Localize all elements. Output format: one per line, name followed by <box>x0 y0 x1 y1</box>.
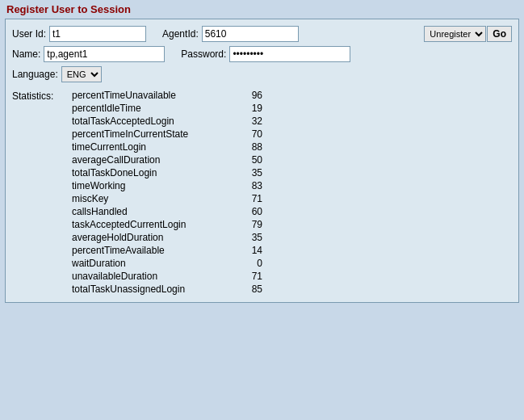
stat-row: percentTimeAvailable14 <box>69 244 512 257</box>
agent-id-label: AgentId: <box>162 28 199 40</box>
stat-name: averageCallDuration <box>69 154 230 166</box>
stat-value: 32 <box>230 116 262 127</box>
stat-row: totalTaskDoneLogin35 <box>69 166 512 179</box>
stat-row: miscKey71 <box>69 192 512 205</box>
stat-row: callsHandled60 <box>69 205 512 218</box>
stat-value: 70 <box>230 128 262 140</box>
stat-name: percentTimeUnavailable <box>69 90 230 101</box>
stat-name: timeWorking <box>69 180 230 191</box>
stat-name: totalTaskUnassignedLogin <box>69 284 230 295</box>
password-label: Password: <box>181 48 226 60</box>
stat-row: timeCurrentLogin88 <box>69 141 512 153</box>
stat-name: percentIdleTime <box>69 103 230 114</box>
user-id-label: User Id: <box>12 28 46 40</box>
stat-name: timeCurrentLogin <box>69 141 230 153</box>
stat-row: percentTimeInCurrentState70 <box>69 128 512 141</box>
stat-value: 50 <box>230 154 262 166</box>
stat-value: 88 <box>230 141 262 153</box>
stat-value: 96 <box>230 90 262 101</box>
stat-name: callsHandled <box>69 206 230 217</box>
language-label: Language: <box>12 69 58 80</box>
main-panel: User Id: AgentId: Unregister Go Name: Pa… <box>5 19 519 303</box>
statistics-section: Statistics: percentTimeUnavailable96perc… <box>12 89 512 296</box>
stat-value: 79 <box>230 219 262 230</box>
unregister-select[interactable]: Unregister <box>424 26 486 42</box>
stat-value: 71 <box>230 271 262 282</box>
stat-name: averageHoldDuration <box>69 232 230 243</box>
stat-name: percentTimeInCurrentState <box>69 128 230 140</box>
stat-row: totalTaskAcceptedLogin32 <box>69 115 512 128</box>
stat-name: waitDuration <box>69 258 230 269</box>
stat-value: 0 <box>230 258 262 269</box>
stat-value: 83 <box>230 180 262 191</box>
stat-value: 35 <box>230 232 262 243</box>
stat-row: percentTimeUnavailable96 <box>69 89 512 102</box>
stat-row: timeWorking83 <box>69 179 512 192</box>
stat-row: waitDuration0 <box>69 257 512 270</box>
stat-name: totalTaskDoneLogin <box>69 167 230 178</box>
stat-name: totalTaskAcceptedLogin <box>69 116 230 127</box>
stat-value: 71 <box>230 193 262 204</box>
stat-row: totalTaskUnassignedLogin85 <box>69 283 512 296</box>
go-button[interactable]: Go <box>487 26 512 42</box>
stat-value: 19 <box>230 103 262 114</box>
stat-row: unavailableDuration71 <box>69 270 512 283</box>
language-select[interactable]: ENG SPA FRE <box>61 66 102 82</box>
name-label: Name: <box>12 48 40 60</box>
name-input[interactable] <box>44 46 165 62</box>
stat-name: taskAcceptedCurrentLogin <box>69 219 230 230</box>
stat-value: 14 <box>230 245 262 256</box>
page-title: Register User to Session <box>6 3 131 15</box>
stat-value: 35 <box>230 167 262 178</box>
stat-value: 85 <box>230 284 262 295</box>
statistics-table: percentTimeUnavailable96percentIdleTime1… <box>69 89 512 296</box>
stat-value: 60 <box>230 206 262 217</box>
agent-id-input[interactable] <box>202 26 299 42</box>
stat-row: taskAcceptedCurrentLogin79 <box>69 218 512 231</box>
password-input[interactable] <box>229 46 350 62</box>
stat-row: percentIdleTime19 <box>69 102 512 115</box>
stat-row: averageCallDuration50 <box>69 153 512 166</box>
stat-name: percentTimeAvailable <box>69 245 230 256</box>
stat-row: averageHoldDuration35 <box>69 231 512 244</box>
statistics-label: Statistics: <box>12 90 58 102</box>
stat-name: miscKey <box>69 193 230 204</box>
stat-name: unavailableDuration <box>69 271 230 282</box>
user-id-input[interactable] <box>49 26 146 42</box>
